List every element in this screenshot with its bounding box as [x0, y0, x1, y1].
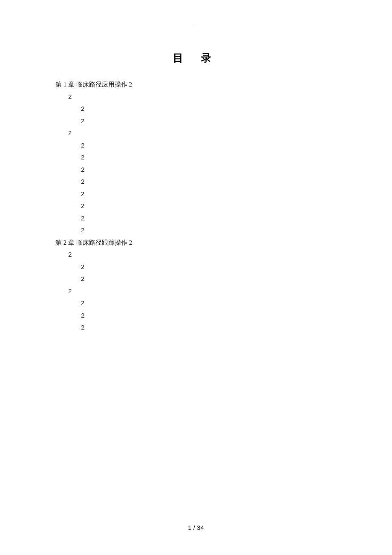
toc-chapter-2-label: 第 2 章 临床路径跟踪操作 2 — [55, 239, 132, 246]
toc-item: 2 — [81, 224, 337, 237]
toc-item: 2 — [81, 188, 337, 200]
toc-item: 2 — [81, 297, 337, 309]
toc-item: 2 — [81, 261, 337, 273]
toc-chapter-1-label: 第 1 章 临床路径应用操作 2 — [55, 81, 132, 88]
toc-item: 2 — [81, 151, 337, 164]
document-page: - - 目 录 第 1 章 临床路径应用操作 2 2 2 2 2 2 2 2 2… — [0, 0, 392, 334]
toc-title: 目 录 — [55, 51, 337, 65]
toc-item: 2 — [81, 309, 337, 322]
header-mark: - - — [55, 25, 337, 29]
toc-item: 2 — [81, 176, 337, 188]
page-number: 1 / 34 — [0, 524, 392, 531]
toc-chapter-1: 第 1 章 临床路径应用操作 2 — [55, 78, 337, 91]
toc-item: 2 — [81, 200, 337, 212]
toc-item: 2 — [68, 127, 337, 139]
toc-item: 2 — [81, 115, 337, 127]
toc-item: 2 — [81, 212, 337, 225]
toc-item: 2 — [81, 321, 337, 334]
toc-item: 2 — [68, 249, 337, 261]
toc-chapter-2: 第 2 章 临床路径跟踪操作 2 — [55, 237, 337, 249]
toc-item: 2 — [81, 103, 337, 115]
toc-item: 2 — [81, 164, 337, 176]
toc-item: 2 — [68, 91, 337, 103]
toc-item: 2 — [68, 285, 337, 298]
toc-item: 2 — [81, 139, 337, 152]
table-of-contents: 第 1 章 临床路径应用操作 2 2 2 2 2 2 2 2 2 2 2 2 2… — [55, 78, 337, 334]
toc-item: 2 — [81, 273, 337, 285]
